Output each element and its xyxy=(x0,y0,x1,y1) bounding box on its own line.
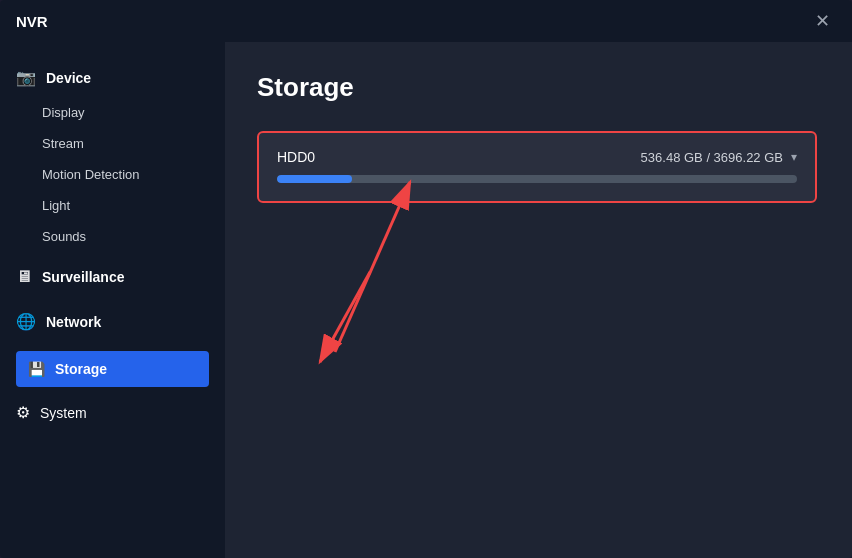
sidebar-network-label: Network xyxy=(46,314,101,330)
sidebar-sub-motion-detection[interactable]: Motion Detection xyxy=(0,159,225,190)
storage-card-hdd0[interactable]: HDD0 536.48 GB / 3696.22 GB ▾ xyxy=(257,131,817,203)
sidebar-item-device[interactable]: 📷 Device xyxy=(0,58,225,97)
main-content: Storage HDD0 536.48 GB / 3696.22 GB ▾ xyxy=(225,42,852,558)
window: NVR ✕ 📷 Device Display Stream Motion Det… xyxy=(0,0,852,558)
close-button[interactable]: ✕ xyxy=(809,8,836,34)
storage-icon: 💾 xyxy=(28,361,45,377)
storage-info: 536.48 GB / 3696.22 GB ▾ xyxy=(641,150,797,165)
sidebar-item-storage[interactable]: 💾 Storage xyxy=(16,351,209,387)
system-icon: ⚙ xyxy=(16,403,30,422)
storage-progress-bar xyxy=(277,175,797,183)
window-title: NVR xyxy=(16,13,48,30)
sidebar-section-surveillance: 🖥 Surveillance xyxy=(0,258,225,296)
titlebar: NVR ✕ xyxy=(0,0,852,42)
sidebar-sub-stream[interactable]: Stream xyxy=(0,128,225,159)
sidebar-device-label: Device xyxy=(46,70,91,86)
network-icon: 🌐 xyxy=(16,312,36,331)
annotation-arrows xyxy=(225,42,852,558)
sidebar: 📷 Device Display Stream Motion Detection… xyxy=(0,42,225,558)
sidebar-system-label: System xyxy=(40,405,87,421)
sidebar-section-device: 📷 Device Display Stream Motion Detection… xyxy=(0,58,225,252)
sidebar-sub-display[interactable]: Display xyxy=(0,97,225,128)
sidebar-sub-sounds[interactable]: Sounds xyxy=(0,221,225,252)
storage-usage-text: 536.48 GB / 3696.22 GB xyxy=(641,150,783,165)
page-title: Storage xyxy=(257,72,820,103)
camera-icon: 📷 xyxy=(16,68,36,87)
sidebar-surveillance-label: Surveillance xyxy=(42,269,125,285)
sidebar-item-surveillance[interactable]: 🖥 Surveillance xyxy=(0,258,225,296)
chevron-down-icon: ▾ xyxy=(791,150,797,164)
sidebar-storage-label: Storage xyxy=(55,361,107,377)
storage-device-name: HDD0 xyxy=(277,149,315,165)
svg-line-2 xyxy=(335,182,410,352)
svg-line-3 xyxy=(320,272,370,362)
storage-card-header: HDD0 536.48 GB / 3696.22 GB ▾ xyxy=(277,149,797,165)
sidebar-item-system[interactable]: ⚙ System xyxy=(0,393,225,432)
surveillance-icon: 🖥 xyxy=(16,268,32,286)
content-area: 📷 Device Display Stream Motion Detection… xyxy=(0,42,852,558)
sidebar-sub-light[interactable]: Light xyxy=(0,190,225,221)
sidebar-section-network: 🌐 Network xyxy=(0,302,225,341)
storage-progress-fill xyxy=(277,175,352,183)
sidebar-item-network[interactable]: 🌐 Network xyxy=(0,302,225,341)
